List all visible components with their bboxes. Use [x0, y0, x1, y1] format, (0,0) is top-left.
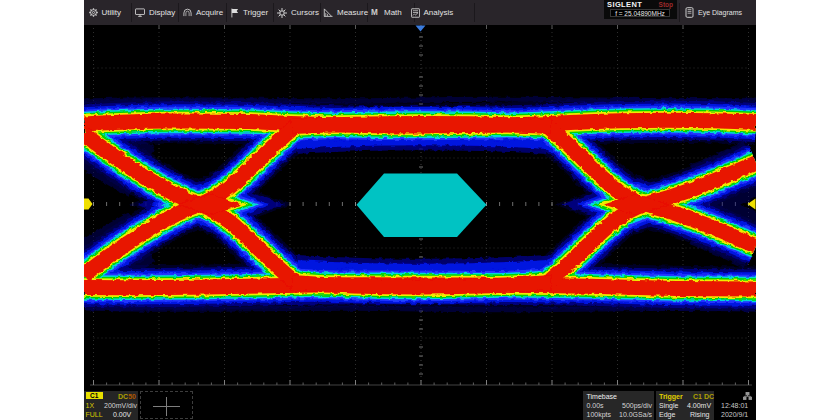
svg-text:M: M — [371, 8, 378, 17]
